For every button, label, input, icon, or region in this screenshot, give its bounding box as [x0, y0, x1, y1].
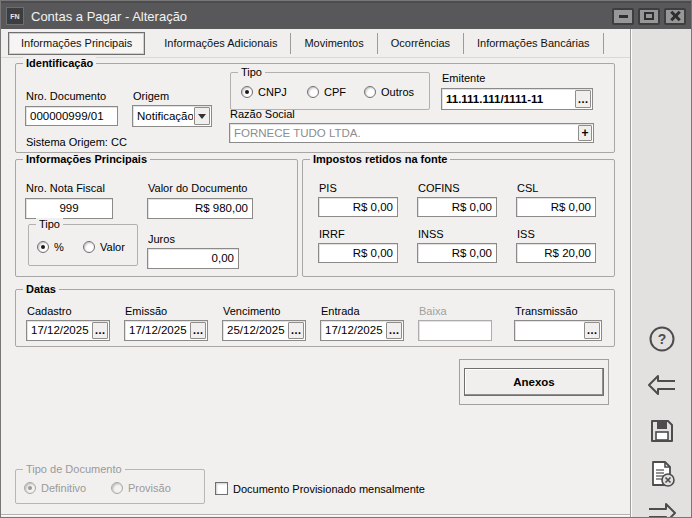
emitente-field[interactable]: 11.111.111/1111-11 … [441, 88, 593, 110]
groupbox-identificacao: Identificação Nro. Documento 000000999/0… [15, 63, 615, 153]
help-icon[interactable]: ? [648, 325, 676, 355]
baixa-field [418, 320, 492, 341]
tab-informacoes-adicionais[interactable]: Informações Adicionais [151, 33, 291, 54]
main-content: Identificação Nro. Documento 000000999/0… [1, 58, 630, 518]
nota-fiscal-label: Nro. Nota Fiscal [26, 182, 105, 194]
maximize-icon [644, 12, 654, 20]
groupbox-title: Tipo [36, 218, 63, 231]
radio-valor-icon [83, 241, 95, 253]
vencimento-calendar-button[interactable]: … [288, 322, 304, 339]
razao-social-add-button[interactable]: + [578, 125, 592, 141]
radio-cnpj-icon [241, 86, 253, 98]
groupbox-tipo-emitente: Tipo CNPJ CPF Outros [230, 72, 430, 110]
bottom-divider [1, 514, 630, 516]
groupbox-informacoes-principais: Informações Principais Nro. Nota Fiscal … [15, 159, 298, 277]
radio-definitivo: Definitivo [24, 482, 86, 494]
nro-documento-field[interactable]: 000000999/01 [25, 106, 118, 126]
app-icon: FN [6, 7, 24, 25]
nro-documento-label: Nro. Documento [26, 90, 106, 102]
cadastro-calendar-button[interactable]: … [92, 322, 108, 339]
valor-documento-field[interactable]: R$ 980,00 [147, 198, 253, 219]
groupbox-title: Identificação [23, 57, 96, 70]
radio-provisao: Provisão [111, 482, 171, 494]
irrf-label: IRRF [319, 228, 345, 240]
groupbox-impostos: Impostos retidos na fonte PIS R$ 0,00 CO… [302, 159, 615, 277]
irrf-field[interactable]: R$ 0,00 [318, 243, 398, 263]
juros-label: Juros [148, 233, 175, 245]
radio-outros-icon [364, 86, 376, 98]
baixa-label: Baixa [419, 305, 447, 317]
pis-label: PIS [319, 182, 337, 194]
groupbox-datas: Datas Cadastro 17/12/2025 … Emissão 17/1… [15, 289, 615, 347]
sistema-origem-text: Sistema Origem: CC [26, 136, 127, 148]
radio-cnpj[interactable]: CNPJ [241, 86, 287, 98]
emitente-lookup-button[interactable]: … [575, 90, 591, 108]
groupbox-title: Tipo [238, 66, 265, 79]
save-icon[interactable] [648, 417, 676, 447]
checkbox-icon [215, 482, 228, 495]
anexos-button[interactable]: Anexos [464, 368, 604, 396]
radio-outros[interactable]: Outros [364, 86, 414, 98]
razao-social-label: Razão Social [230, 108, 295, 120]
vencimento-label: Vencimento [223, 305, 280, 317]
tab-ocorrencias[interactable]: Ocorrências [378, 33, 464, 54]
csl-field[interactable]: R$ 0,00 [516, 197, 596, 217]
minimize-button[interactable] [612, 8, 634, 25]
close-icon [670, 11, 680, 21]
cadastro-field[interactable]: 17/12/2025 … [26, 320, 110, 341]
cofins-label: COFINS [418, 182, 460, 194]
cofins-field[interactable]: R$ 0,00 [417, 197, 497, 217]
side-toolbar: ? [630, 29, 692, 518]
csl-label: CSL [517, 182, 538, 194]
close-button[interactable] [664, 8, 686, 25]
tab-movimentos[interactable]: Movimentos [291, 33, 377, 54]
groupbox-title: Tipo de Documento [23, 463, 125, 476]
groupbox-tipo-documento: Tipo de Documento Definitivo Provisão [15, 469, 205, 504]
title-bar: FN Contas a Pagar - Alteração [1, 1, 691, 29]
transmissao-calendar-button[interactable]: … [584, 322, 600, 339]
svg-text:?: ? [658, 331, 667, 347]
back-arrow-icon[interactable] [646, 373, 678, 399]
window-contas-a-pagar: FN Contas a Pagar - Alteração Informaçõe… [0, 0, 692, 518]
radio-valor[interactable]: Valor [83, 241, 125, 253]
inss-field[interactable]: R$ 0,00 [417, 243, 497, 263]
transmissao-label: Transmissão [515, 305, 578, 317]
forward-arrow-icon[interactable] [646, 501, 678, 518]
dropdown-arrow-icon[interactable] [194, 107, 210, 125]
checkbox-documento-provisionado[interactable]: Documento Provisionado mensalmente [215, 482, 425, 495]
tab-informacoes-bancarias[interactable]: Informações Bancárias [464, 33, 604, 54]
emissao-field[interactable]: 17/12/2025 … [124, 320, 208, 341]
tab-informacoes-principais[interactable]: Informações Principais [8, 32, 145, 55]
origem-label: Origem [133, 90, 169, 102]
groupbox-title: Impostos retidos na fonte [310, 153, 450, 166]
minimize-icon [619, 15, 628, 18]
origem-dropdown[interactable]: Notificação [132, 105, 212, 127]
radio-definitivo-icon [24, 482, 36, 494]
window-title: Contas a Pagar - Alteração [31, 9, 187, 24]
pis-field[interactable]: R$ 0,00 [318, 197, 398, 217]
groupbox-title: Informações Principais [23, 153, 150, 166]
emissao-calendar-button[interactable]: … [190, 322, 206, 339]
radio-percentual-icon [37, 241, 49, 253]
anexos-panel: Anexos [459, 359, 609, 405]
iss-field[interactable]: R$ 20,00 [516, 243, 596, 263]
nota-fiscal-field[interactable]: 999 [25, 198, 113, 219]
tab-strip: Informações Principais Informações Adici… [1, 29, 630, 58]
entrada-label: Entrada [321, 305, 360, 317]
emitente-label: Emitente [442, 72, 485, 84]
entrada-field[interactable]: 17/12/2025 … [320, 320, 404, 341]
vencimento-field[interactable]: 25/12/2025 … [222, 320, 306, 341]
razao-social-field[interactable]: FORNECE TUDO LTDA. + [229, 123, 594, 143]
iss-label: ISS [517, 228, 535, 240]
radio-percentual[interactable]: % [37, 241, 64, 253]
emissao-label: Emissão [125, 305, 167, 317]
delete-document-icon[interactable] [647, 459, 677, 491]
groupbox-tipo-juros: Tipo % Valor [28, 224, 138, 266]
entrada-calendar-button[interactable]: … [386, 322, 402, 339]
transmissao-field[interactable]: … [514, 320, 602, 341]
radio-cpf[interactable]: CPF [307, 86, 346, 98]
maximize-button[interactable] [638, 8, 660, 25]
inss-label: INSS [418, 228, 444, 240]
cadastro-label: Cadastro [27, 305, 72, 317]
juros-field[interactable]: 0,00 [147, 248, 239, 269]
